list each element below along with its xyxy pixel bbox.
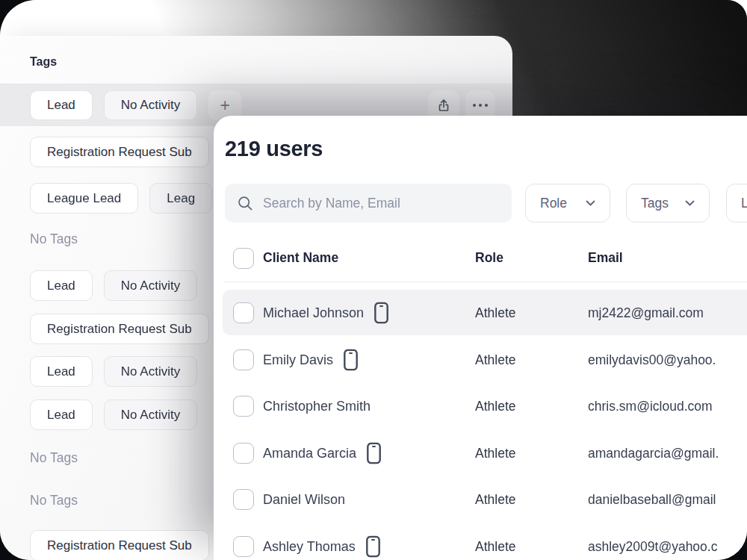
tag-chip[interactable]: Registration Request Sub: [30, 530, 209, 560]
table-row[interactable]: Daniel Wilson Athlete danielbaseball@gma…: [214, 476, 747, 523]
role-cell: Athlete: [475, 492, 515, 508]
tag-row: Lead No Activity: [30, 356, 197, 387]
tag-chip[interactable]: No Activity: [104, 356, 197, 387]
share-icon: [436, 98, 451, 113]
tag-chip-lead[interactable]: Lead: [30, 90, 93, 120]
phone-icon: [374, 302, 388, 324]
role-cell: Athlete: [475, 305, 515, 321]
tags-filter-dropdown[interactable]: Tags: [626, 184, 710, 223]
table-body: Michael Johnson Athlete mj2422@gmail.com…: [214, 290, 747, 560]
role-cell: Athlete: [475, 445, 515, 461]
tag-chip[interactable]: No Activity: [104, 270, 197, 301]
client-name: Christopher Smith: [263, 399, 371, 414]
column-header-client-name[interactable]: Client Name: [263, 250, 338, 266]
table-row[interactable]: Emily Davis Athlete emilydavis00@yahoo.: [214, 337, 747, 384]
search-input[interactable]: [263, 196, 499, 211]
row-checkbox[interactable]: [233, 302, 254, 323]
tag-chip[interactable]: Lead: [30, 356, 93, 387]
tag-row: Registration Request Sub: [30, 530, 209, 560]
client-name: Amanda Garcia: [263, 445, 356, 461]
third-filter-label: La: [741, 196, 747, 211]
tag-row: Registration Request Sub: [30, 314, 209, 344]
client-name: Ashley Thomas: [263, 538, 356, 554]
row-checkbox[interactable]: [233, 536, 254, 557]
search-icon: [238, 196, 253, 211]
plus-icon: +: [220, 96, 229, 116]
phone-icon: [344, 349, 358, 370]
role-filter-label: Role: [540, 196, 567, 211]
client-name: Emily Davis: [263, 352, 333, 367]
no-tags-label: No Tags: [30, 450, 78, 466]
divider: [224, 281, 747, 282]
tag-row: Lead No Activity: [30, 270, 197, 301]
client-name-cell: Daniel Wilson: [263, 492, 345, 508]
column-header-email[interactable]: Email: [588, 250, 623, 266]
tag-chip[interactable]: Leag: [149, 183, 212, 214]
chevron-down-icon: [685, 200, 695, 206]
email-cell: mj2422@gmail.com: [588, 305, 704, 321]
tag-chip[interactable]: Lead: [30, 270, 93, 301]
table-row[interactable]: Michael Johnson Athlete mj2422@gmail.com: [214, 290, 747, 337]
tag-chip[interactable]: League Lead: [30, 183, 138, 214]
tag-row: Registration Request Sub: [30, 137, 209, 167]
no-tags-label: No Tags: [30, 493, 78, 508]
tag-row: Lead No Activity: [30, 399, 197, 430]
ellipsis-icon: [473, 104, 488, 107]
role-filter-dropdown[interactable]: Role: [525, 184, 610, 223]
email-cell: danielbaseball@gmail: [588, 492, 716, 508]
email-cell: chris.sm@icloud.com: [588, 399, 713, 414]
row-checkbox[interactable]: [233, 489, 254, 510]
tag-chip[interactable]: Lead: [30, 399, 93, 430]
email-cell: ashley2009t@yahoo.c: [588, 538, 717, 554]
no-tags-label: No Tags: [30, 231, 78, 247]
client-name-cell: Christopher Smith: [263, 399, 371, 414]
client-name: Daniel Wilson: [263, 492, 345, 508]
client-name-cell: Emily Davis: [263, 349, 358, 370]
client-name-cell: Ashley Thomas: [263, 535, 380, 557]
tags-filter-label: Tags: [641, 196, 669, 211]
chevron-down-icon: [586, 200, 595, 206]
table-row[interactable]: Christopher Smith Athlete chris.sm@iclou…: [214, 383, 747, 430]
client-name-cell: Amanda Garcia: [263, 442, 381, 464]
tag-chip[interactable]: Registration Request Sub: [30, 314, 209, 344]
phone-icon: [366, 535, 380, 557]
phone-icon: [367, 442, 381, 464]
tag-row: League Lead Leag: [30, 183, 212, 214]
client-name: Michael Johnson: [263, 305, 364, 321]
third-filter-dropdown[interactable]: La: [726, 184, 747, 223]
table-row[interactable]: Ashley Thomas Athlete ashley2009t@yahoo.…: [214, 523, 747, 560]
tag-chip[interactable]: No Activity: [104, 399, 197, 430]
tags-panel-title: Tags: [30, 55, 57, 69]
app-screen: Tags Lead No Activity + Registration Req…: [0, 0, 747, 560]
column-header-role[interactable]: Role: [475, 250, 503, 266]
client-name-cell: Michael Johnson: [263, 302, 388, 324]
users-panel: 219 users Role Tags La Client Name Role …: [214, 116, 747, 560]
tag-chip[interactable]: Registration Request Sub: [30, 137, 209, 167]
search-box[interactable]: [225, 184, 512, 223]
tag-chip-no-activity[interactable]: No Activity: [104, 90, 197, 120]
table-row[interactable]: Amanda Garcia Athlete amandagarcia@gmail…: [214, 430, 747, 477]
row-checkbox[interactable]: [233, 396, 254, 417]
table-header-row: Client Name Role Email: [214, 248, 747, 269]
select-all-checkbox[interactable]: [233, 248, 254, 269]
role-cell: Athlete: [475, 538, 515, 554]
row-checkbox[interactable]: [233, 349, 254, 370]
row-checkbox[interactable]: [233, 443, 254, 464]
role-cell: Athlete: [475, 352, 515, 367]
email-cell: amandagarcia@gmail.: [588, 445, 719, 461]
users-count-title: 219 users: [225, 137, 323, 161]
email-cell: emilydavis00@yahoo.: [588, 352, 716, 367]
role-cell: Athlete: [475, 399, 515, 414]
